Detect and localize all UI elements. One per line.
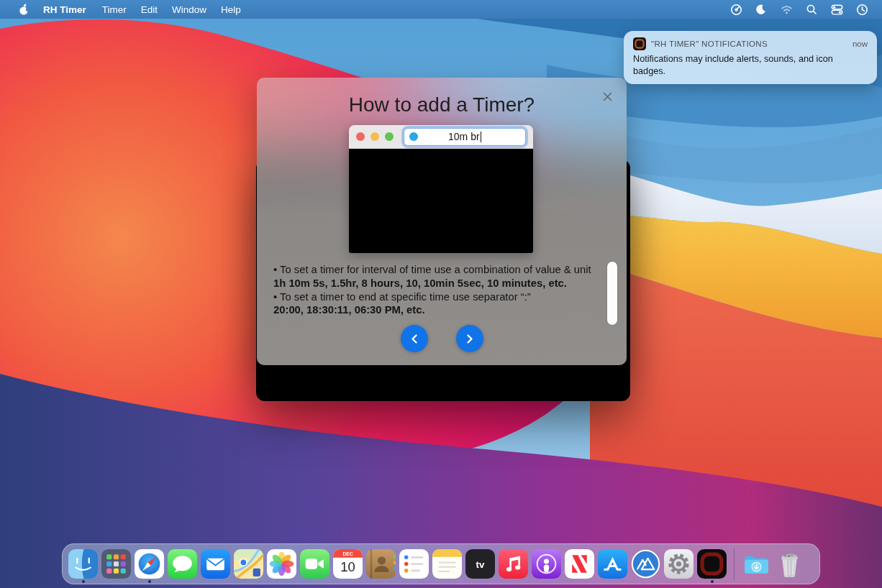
- dock-photos-icon[interactable]: [267, 549, 296, 579]
- dialog-close-button[interactable]: [599, 88, 615, 104]
- dock-notes-icon[interactable]: [432, 549, 462, 579]
- close-icon: [602, 91, 613, 102]
- clock-icon[interactable]: [855, 3, 869, 16]
- dock-calendar-icon[interactable]: DEC 10: [333, 549, 363, 579]
- dock-facetime-icon[interactable]: [300, 549, 329, 579]
- traffic-light-zoom-icon: [385, 132, 394, 141]
- timer-menubar-icon[interactable]: [729, 3, 743, 16]
- instruction-line: • To set a timer for interval of time us…: [273, 263, 612, 277]
- dock-rh-timer-icon[interactable]: [697, 549, 727, 579]
- running-indicator: [148, 580, 151, 583]
- menu-help[interactable]: Help: [214, 0, 248, 19]
- dock-mail-icon[interactable]: [201, 549, 230, 579]
- apple-logo-icon: [19, 4, 29, 16]
- spotlight-search-icon[interactable]: [804, 3, 819, 16]
- chevron-left-icon: [410, 334, 419, 344]
- next-page-button[interactable]: [456, 325, 483, 352]
- notification-banner[interactable]: "RH TIMER" NOTIFICATIONS now Notificatio…: [624, 31, 877, 84]
- dialog-instructions: • To set a timer for interval of time us…: [273, 263, 612, 317]
- preview-input-value: 10m br: [448, 131, 480, 142]
- dock-contacts-icon[interactable]: [366, 549, 396, 579]
- chevron-right-icon: [465, 334, 474, 344]
- preview-timer-input: 10m br: [404, 128, 526, 146]
- timer-window-preview: 10m br: [349, 125, 533, 253]
- preview-window-content: [349, 149, 533, 253]
- menu-window[interactable]: Window: [165, 0, 214, 19]
- calendar-month: DEC: [342, 551, 353, 556]
- dock-reminders-icon[interactable]: [399, 549, 429, 579]
- traffic-light-minimize-icon: [370, 132, 379, 141]
- instruction-line: 1h 10m 5s, 1.5hr, 8 hours, 10, 10min 5se…: [273, 277, 612, 290]
- dock-launchpad-icon[interactable]: [101, 549, 131, 579]
- how-to-add-timer-dialog: How to add a Timer? 10m br: [257, 78, 627, 365]
- rh-timer-app-icon: [633, 37, 646, 50]
- dialog-title: How to add a Timer?: [257, 78, 627, 116]
- menu-edit[interactable]: Edit: [134, 0, 165, 19]
- wifi-icon[interactable]: [779, 3, 794, 16]
- instruction-line: 20:00, 18:30:11, 06:30 PM, etc.: [273, 303, 612, 317]
- preview-titlebar: 10m br: [349, 125, 533, 149]
- notification-body: Notifications may include alerts, sounds…: [633, 53, 868, 77]
- dock-app-store-icon[interactable]: [598, 549, 627, 579]
- text-caret: [481, 132, 481, 142]
- running-indicator: [711, 580, 714, 583]
- apple-tv-label: tv: [476, 559, 485, 570]
- menu-bar: RH Timer Timer Edit Window Help: [0, 0, 882, 19]
- dialog-scrollbar-thumb[interactable]: [607, 262, 617, 325]
- dock-separator: [734, 548, 735, 580]
- dock-system-preferences-icon[interactable]: [664, 549, 694, 579]
- notification-title: "RH TIMER" NOTIFICATIONS: [651, 40, 768, 48]
- previous-page-button[interactable]: [401, 325, 428, 352]
- dock-downloads-icon[interactable]: [742, 549, 771, 579]
- dock-apple-tv-icon[interactable]: tv: [465, 549, 495, 579]
- running-indicator: [82, 580, 85, 583]
- control-center-icon[interactable]: [829, 3, 844, 16]
- dock-safari-icon[interactable]: [135, 549, 164, 579]
- dock-music-icon[interactable]: [499, 549, 528, 579]
- dock-mountain-app-icon[interactable]: [631, 549, 660, 579]
- calendar-day: 10: [340, 559, 355, 574]
- instruction-line: • To set a timer to end at specific time…: [273, 290, 612, 304]
- dock: DEC 10: [62, 543, 820, 584]
- dock-trash-icon[interactable]: [775, 549, 804, 579]
- notification-time: now: [853, 40, 868, 48]
- menubar-app-name[interactable]: RH Timer: [35, 0, 95, 19]
- dock-messages-icon[interactable]: [168, 549, 197, 579]
- do-not-disturb-moon-icon[interactable]: [754, 3, 768, 16]
- dock-maps-icon[interactable]: [234, 549, 263, 579]
- traffic-light-close-icon: [356, 132, 365, 141]
- dock-finder-icon[interactable]: [68, 549, 98, 579]
- dialog-nav: [257, 325, 627, 352]
- dock-podcasts-icon[interactable]: [532, 549, 561, 579]
- dock-news-icon[interactable]: [565, 549, 594, 579]
- menu-timer[interactable]: Timer: [95, 0, 134, 19]
- apple-menu[interactable]: [13, 4, 35, 16]
- desktop: RH Timer Timer Edit Window Help: [0, 0, 882, 588]
